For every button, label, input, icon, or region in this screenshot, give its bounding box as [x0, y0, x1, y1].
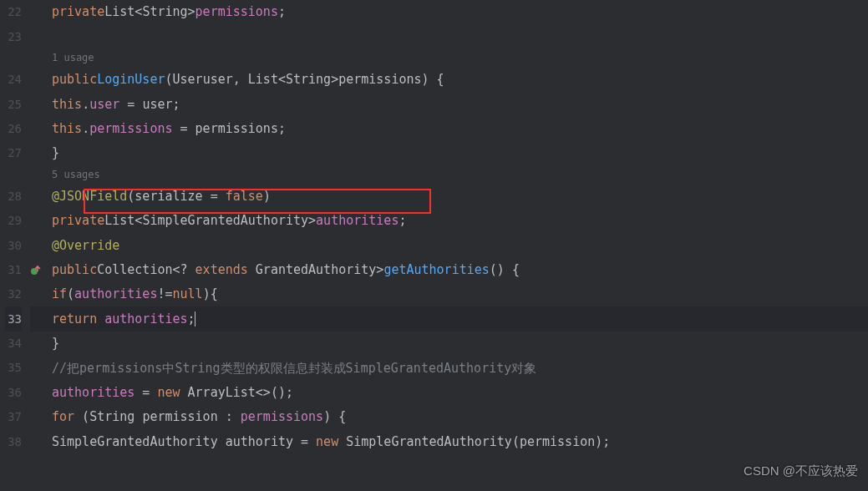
line-number: 33 — [5, 306, 22, 331]
code-editor[interactable]: 22 23 24 25 26 27 28 29 30 31 32 33 34 3… — [0, 0, 868, 491]
line-number-gutter: 22 23 24 25 26 27 28 29 30 31 32 33 34 3… — [0, 0, 30, 491]
line-number: 27 — [5, 141, 22, 165]
line-number — [5, 49, 22, 68]
code-line[interactable]: //把permissions中String类型的权限信息封装成SimpleGra… — [52, 356, 868, 380]
code-line[interactable]: } — [52, 141, 868, 165]
watermark-text: CSDN @不应该热爱 — [744, 459, 858, 483]
line-number: 34 — [5, 332, 22, 356]
line-number: 28 — [5, 184, 22, 208]
line-number: 37 — [5, 405, 22, 429]
line-number: 32 — [5, 282, 22, 306]
usage-hint[interactable]: 5 usages — [52, 165, 868, 184]
line-number: 24 — [5, 68, 22, 92]
code-line[interactable]: for (String permission : permissions) { — [52, 405, 868, 429]
code-line[interactable]: SimpleGrantedAuthority authority = new S… — [52, 429, 868, 453]
line-number: 35 — [5, 356, 22, 380]
line-number — [5, 165, 22, 184]
line-number: 26 — [5, 117, 22, 141]
line-number: 23 — [5, 24, 22, 48]
gutter-icons — [30, 0, 48, 491]
override-up-icon[interactable] — [30, 264, 42, 276]
line-number: 29 — [5, 209, 22, 233]
code-line-current[interactable]: return authorities; — [52, 306, 868, 331]
line-number: 30 — [5, 233, 22, 257]
code-line[interactable]: private List<String> permissions; — [52, 0, 868, 24]
code-line[interactable]: this.user = user; — [52, 92, 868, 116]
code-line[interactable]: private List<SimpleGrantedAuthority> aut… — [52, 209, 868, 233]
line-number: 22 — [5, 0, 22, 24]
code-line[interactable]: authorities = new ArrayList<>(); — [52, 380, 868, 404]
line-number: 38 — [5, 429, 22, 453]
code-line[interactable]: @JSONField(serialize = false) — [52, 184, 868, 208]
line-number: 36 — [5, 380, 22, 404]
code-line[interactable]: this.permissions = permissions; — [52, 117, 868, 141]
code-content[interactable]: private List<String> permissions; 1 usag… — [48, 0, 868, 491]
usage-hint[interactable]: 1 usage — [52, 49, 868, 68]
code-line[interactable]: public Collection<? extends GrantedAutho… — [52, 258, 868, 282]
text-cursor — [195, 311, 195, 326]
line-number: 25 — [5, 92, 22, 116]
code-line[interactable]: @Override — [52, 233, 868, 257]
code-line[interactable] — [52, 24, 868, 48]
code-line[interactable]: } — [52, 332, 868, 356]
line-number: 31 — [5, 258, 22, 282]
code-line[interactable]: public LoginUser(User user, List<String>… — [52, 68, 868, 92]
code-line[interactable]: if(authorities!=null){ — [52, 282, 868, 306]
svg-point-0 — [31, 268, 38, 275]
